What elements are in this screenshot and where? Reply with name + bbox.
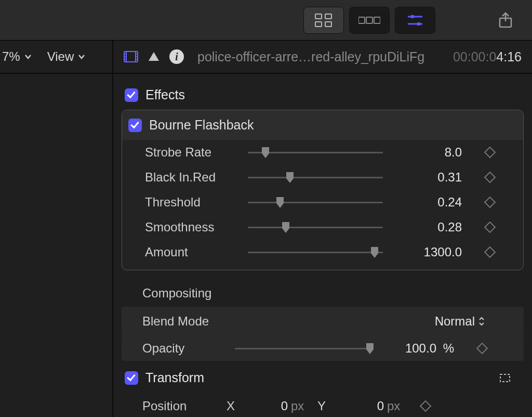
blend-mode-value: Normal	[435, 314, 475, 329]
blend-mode-row: Blend Mode Normal	[122, 307, 524, 336]
svg-rect-3	[325, 22, 331, 27]
chevron-down-icon	[78, 53, 85, 60]
param-slider[interactable]	[248, 247, 383, 257]
zoom-percent-dropdown[interactable]: 7%	[2, 49, 32, 64]
param-row: Strobe Rate 8.0	[122, 140, 523, 165]
left-column: 7% View	[0, 41, 113, 417]
param-slider[interactable]	[248, 172, 383, 183]
inspector-body: Effects Bourne Flashback Strobe Rate 8.0…	[113, 74, 532, 417]
param-slider[interactable]	[248, 147, 383, 158]
inspector-panel: i police-officer-arre…red-alley_rpuDiLiF…	[113, 41, 532, 417]
keyframe-button[interactable]	[484, 147, 496, 159]
param-label: Smoothness	[145, 220, 238, 234]
keyframe-button[interactable]	[476, 343, 488, 355]
blend-mode-select[interactable]: Normal	[417, 314, 484, 329]
effect-title-row[interactable]: Bourne Flashback	[122, 110, 523, 140]
param-value[interactable]: 1300.0	[392, 245, 465, 259]
sliders-icon	[407, 14, 423, 27]
position-y-value[interactable]: 0	[332, 399, 384, 413]
svg-rect-6	[374, 17, 380, 23]
position-label: Position	[142, 399, 220, 413]
px-unit: px	[384, 399, 410, 413]
compositing-title: Compositing	[142, 286, 211, 301]
param-row: Threshold 0.24	[122, 190, 523, 215]
keyframe-button[interactable]	[484, 246, 496, 258]
view-mode-segmented	[303, 7, 435, 34]
slider-thumb-icon	[285, 172, 295, 184]
effects-section-header: Effects	[122, 82, 524, 110]
compositing-section-header: Compositing	[122, 278, 524, 307]
px-unit: px	[288, 399, 311, 413]
position-row: Position X 0 px Y 0 px	[122, 392, 524, 416]
slider-thumb-icon	[261, 147, 270, 159]
view-dropdown[interactable]: View	[47, 49, 86, 64]
zoom-percent-label: 7%	[2, 49, 20, 64]
position-x-value[interactable]: 0	[241, 399, 288, 413]
share-button[interactable]	[489, 7, 522, 34]
svg-rect-8	[411, 15, 414, 18]
keyframe-button[interactable]	[484, 197, 496, 208]
top-toolbar	[0, 0, 532, 41]
svg-rect-2	[315, 22, 322, 27]
share-icon	[498, 12, 513, 29]
clip-icon[interactable]	[124, 51, 138, 62]
grid-mode-button[interactable]	[303, 7, 344, 34]
slider-thumb-icon	[281, 222, 290, 233]
effects-title: Effects	[145, 87, 185, 102]
filmstrip-icon	[358, 16, 380, 25]
chevron-down-icon	[24, 53, 32, 60]
clip-timecode: 00:00:04:16	[453, 49, 522, 64]
left-column-header: 7% View	[0, 41, 112, 74]
keyframe-button[interactable]	[484, 172, 496, 184]
svg-rect-1	[325, 14, 331, 19]
color-inspector-icon[interactable]	[148, 50, 160, 63]
view-label: View	[47, 49, 74, 64]
onscreen-controls-icon[interactable]	[498, 372, 512, 384]
svg-marker-22	[149, 52, 159, 61]
timecode-dim: 00:00:0	[453, 49, 496, 64]
opacity-slider[interactable]	[235, 343, 370, 354]
slider-thumb-icon	[370, 247, 379, 258]
keyframe-button[interactable]	[420, 400, 432, 412]
param-row: Smoothness 0.28	[122, 215, 523, 240]
effect-box: Bourne Flashback Strobe Rate 8.0 Black I…	[122, 110, 524, 270]
info-icon[interactable]: i	[169, 49, 184, 64]
slider-thumb-icon	[365, 343, 375, 355]
svg-rect-0	[315, 14, 322, 19]
param-row: Black In.Red 0.31	[122, 165, 523, 190]
param-label: Threshold	[145, 195, 238, 210]
x-label: X	[220, 399, 241, 413]
effects-checkbox[interactable]	[125, 88, 138, 102]
effect-name: Bourne Flashback	[149, 118, 254, 133]
svg-rect-23	[500, 374, 510, 382]
svg-rect-5	[366, 17, 373, 23]
transform-section-header: Transform	[122, 361, 524, 392]
param-value[interactable]: 8.0	[392, 145, 465, 160]
filmstrip-mode-button[interactable]	[349, 7, 390, 34]
param-value[interactable]: 0.28	[392, 220, 465, 234]
opacity-label: Opacity	[142, 341, 225, 356]
param-label: Strobe Rate	[145, 145, 238, 160]
opacity-value[interactable]: 100.0 %	[379, 341, 457, 356]
clip-name: police-officer-arre…red-alley_rpuDiLiFg	[197, 49, 424, 64]
opacity-row: Opacity 100.0 %	[122, 336, 524, 361]
transform-title: Transform	[145, 370, 204, 385]
y-label: Y	[311, 399, 332, 413]
effect-enable-checkbox[interactable]	[128, 119, 142, 132]
svg-rect-10	[417, 22, 420, 25]
updown-icon	[479, 317, 484, 326]
param-slider[interactable]	[248, 197, 383, 207]
transform-checkbox[interactable]	[125, 371, 138, 385]
slider-thumb-icon	[275, 197, 285, 208]
inspector-mode-button[interactable]	[395, 7, 435, 34]
param-value[interactable]: 0.24	[392, 195, 465, 210]
keyframe-button[interactable]	[484, 221, 496, 233]
param-slider[interactable]	[248, 222, 383, 232]
param-value[interactable]: 0.31	[392, 170, 465, 185]
param-label: Amount	[145, 245, 238, 259]
timecode-duration: 4:16	[496, 49, 522, 64]
param-row: Amount 1300.0	[122, 240, 523, 265]
svg-rect-4	[358, 17, 365, 23]
grid-icon	[315, 14, 332, 27]
blend-mode-label: Blend Mode	[142, 314, 236, 329]
